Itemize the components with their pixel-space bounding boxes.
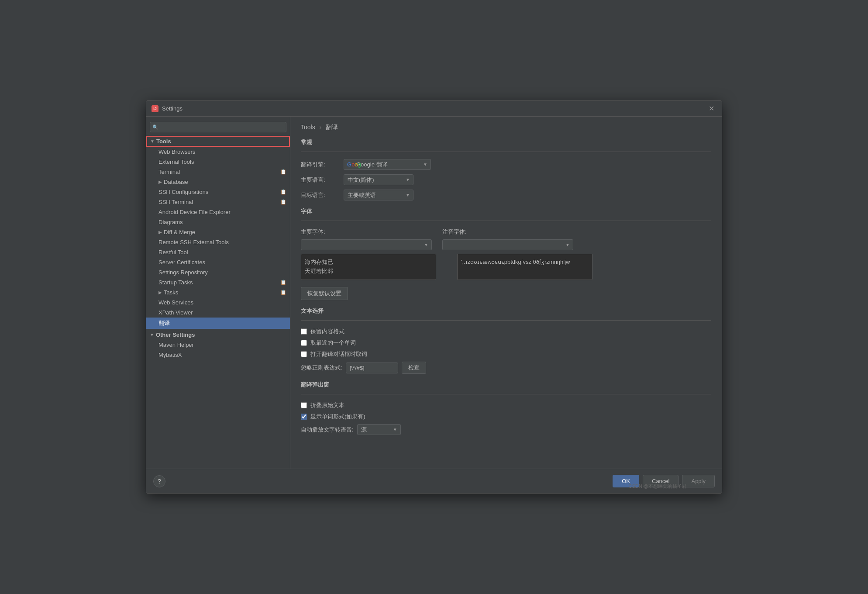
primary-lang-label: 主要语言: <box>301 176 340 184</box>
preview-line-2: 天涯若比邻 <box>305 267 432 276</box>
expand-arrow-tasks: ▶ <box>158 290 162 295</box>
keep-format-checkbox[interactable] <box>301 328 307 335</box>
fold-original-checkbox[interactable] <box>301 402 307 408</box>
tts-select[interactable]: 源 目标 关闭 <box>357 424 401 435</box>
fetch-on-open-checkbox[interactable] <box>301 351 307 357</box>
divider-font <box>301 221 711 221</box>
sidebar-item-restful-tool[interactable]: Restful Tool <box>146 247 290 257</box>
search-box: 🔍 <box>150 122 286 132</box>
divider-general <box>301 152 711 152</box>
engine-row: 翻译引擎: Google 翻译 有道翻译 百度翻译 Goog ▼ <box>301 159 711 170</box>
sidebar-item-server-certificates[interactable]: Server Certificates <box>146 257 290 267</box>
checkbox-show-word-form: 显示单词形式(如果有) <box>301 413 711 421</box>
font-preview-row: 海内存知已 天涯若比邻 ',.ɪzɑʊɪɛæʌʊɛɑɛpbtdkgfvsz θð… <box>301 254 711 280</box>
target-lang-select[interactable]: 主要或英语 English 中文(简体) <box>344 190 413 200</box>
sidebar-item-remote-ssh[interactable]: Remote SSH External Tools <box>146 237 290 247</box>
reset-font-button[interactable]: 恢复默认设置 <box>301 287 348 300</box>
section-popup: 翻译弹出窗 折叠原始文本 显示单词形式(如果有) 自动播放文字转语音: 源 目标 <box>301 381 711 435</box>
primary-font-select-wrap: ▼ <box>301 239 432 250</box>
show-word-form-checkbox[interactable] <box>301 414 307 420</box>
footer-left: ? <box>153 475 165 487</box>
sidebar-item-maven-helper[interactable]: Maven Helper <box>146 340 290 350</box>
check-regex-button[interactable]: 检查 <box>402 362 426 374</box>
sidebar-item-ssh-terminal[interactable]: SSH Terminal 📋 <box>146 197 290 207</box>
annotation-preview-text: ',.ɪzɑʊɪɛæʌʊɛɑɛpbtdkgfvsz θðʃʒrzmnŋhljw <box>461 259 570 265</box>
engine-select-wrap: Google 翻译 有道翻译 百度翻译 Goog ▼ <box>344 159 431 170</box>
breadcrumb-part-2: 翻译 <box>326 124 338 131</box>
target-lang-select-wrap: 主要或英语 English 中文(简体) ▼ <box>344 190 413 200</box>
collapse-arrow-other: ▼ <box>150 332 154 337</box>
dialog-footer: ? CSDN @不想睡觉的橘子君 OK Cancel Apply <box>146 469 722 493</box>
annotation-font-select[interactable] <box>442 239 573 250</box>
target-lang-label: 目标语言: <box>301 191 340 199</box>
startup-copy-icon: 📋 <box>280 280 286 285</box>
dialog-body: 🔍 ▼ Tools Web Browsers External Tools Te… <box>146 117 722 469</box>
help-button[interactable]: ? <box>153 475 165 487</box>
regex-input[interactable] <box>346 363 398 373</box>
section-general: 常规 翻译引擎: Google 翻译 有道翻译 百度翻译 Goog <box>301 138 711 200</box>
nearest-word-label: 取最近的一个单词 <box>310 339 356 347</box>
nearest-word-checkbox[interactable] <box>301 340 307 346</box>
checkbox-nearest-word: 取最近的一个单词 <box>301 339 711 347</box>
title-bar: IJ Settings ✕ <box>146 101 722 117</box>
search-input[interactable] <box>150 122 286 132</box>
sidebar-item-web-browsers[interactable]: Web Browsers <box>146 147 290 157</box>
sidebar-group-label-tools: Tools <box>156 138 171 145</box>
sidebar-item-diagrams[interactable]: Diagrams <box>146 217 290 227</box>
sidebar-item-settings-repository[interactable]: Settings Repository <box>146 267 290 277</box>
expand-arrow-diff: ▶ <box>158 230 162 235</box>
section-title-text-selection: 文本选择 <box>301 307 711 315</box>
section-title-popup: 翻译弹出窗 <box>301 381 711 389</box>
sidebar-item-database[interactable]: ▶ Database <box>146 177 290 187</box>
section-font: 字体 主要字体: ▼ 注音字体: ▼ <box>301 207 711 300</box>
window-title: Settings <box>162 105 183 112</box>
checkbox-fold-original: 折叠原始文本 <box>301 401 711 409</box>
close-button[interactable]: ✕ <box>706 104 716 114</box>
section-title-font: 字体 <box>301 207 711 215</box>
main-content: Tools › 翻译 常规 翻译引擎: Google 翻译 有道翻译 百度翻译 <box>290 117 722 469</box>
sidebar-group-label-other-settings: Other Settings <box>156 332 195 338</box>
section-title-general: 常规 <box>301 138 711 146</box>
ssh-conf-copy-icon: 📋 <box>280 189 286 195</box>
engine-label: 翻译引擎: <box>301 161 340 169</box>
sidebar-group-tools: ▼ Tools Web Browsers External Tools Term… <box>146 136 290 329</box>
engine-select[interactable]: Google 翻译 有道翻译 百度翻译 <box>344 159 431 170</box>
tts-select-wrap: 源 目标 关闭 ▼ <box>357 424 401 435</box>
primary-font-select[interactable] <box>301 239 432 250</box>
apply-button[interactable]: Apply <box>682 475 715 487</box>
tts-row: 自动播放文字转语音: 源 目标 关闭 ▼ <box>301 424 711 435</box>
primary-lang-select[interactable]: 中文(简体) English <box>344 174 413 185</box>
sidebar-item-startup-tasks[interactable]: Startup Tasks 📋 <box>146 277 290 287</box>
keep-format-label: 保留内容格式 <box>310 328 344 335</box>
sidebar-item-translate[interactable]: 翻译 <box>146 318 290 329</box>
checkbox-fetch-on-open: 打开翻译对话框时取词 <box>301 350 711 358</box>
sidebar-item-xpath-viewer[interactable]: XPath Viewer <box>146 307 290 318</box>
sidebar-group-header-tools[interactable]: ▼ Tools <box>146 136 290 147</box>
sidebar-group-header-other-settings[interactable]: ▼ Other Settings <box>146 330 290 340</box>
sidebar-item-external-tools[interactable]: External Tools <box>146 157 290 167</box>
sidebar-item-diff-merge[interactable]: ▶ Diff & Merge <box>146 227 290 237</box>
sidebar-item-mybatisx[interactable]: MybatisX <box>146 350 290 360</box>
preview-line-1: 海内存知已 <box>305 258 432 267</box>
search-icon: 🔍 <box>152 124 158 130</box>
annotation-font-label: 注音字体: <box>442 228 573 236</box>
regex-row: 忽略正则表达式: 检查 <box>301 362 711 374</box>
expand-arrow-database: ▶ <box>158 180 162 184</box>
sidebar-item-web-services[interactable]: Web Services <box>146 297 290 307</box>
divider-popup <box>301 394 711 394</box>
app-icon: IJ <box>152 105 158 112</box>
breadcrumb-separator: › <box>320 124 324 131</box>
sidebar-item-tasks[interactable]: ▶ Tasks 📋 <box>146 287 290 297</box>
sidebar: 🔍 ▼ Tools Web Browsers External Tools Te… <box>146 117 290 469</box>
breadcrumb-part-1: Tools <box>301 124 315 131</box>
sidebar-item-terminal[interactable]: Terminal 📋 <box>146 167 290 177</box>
sidebar-item-android-device[interactable]: Android Device File Explorer <box>146 207 290 217</box>
fold-original-label: 折叠原始文本 <box>310 401 344 409</box>
divider-text-selection <box>301 320 711 321</box>
sidebar-group-other-settings: ▼ Other Settings Maven Helper MybatisX <box>146 330 290 360</box>
tasks-copy-icon: 📋 <box>280 290 286 295</box>
sidebar-item-ssh-configurations[interactable]: SSH Configurations 📋 <box>146 187 290 197</box>
annotation-font-preview: ',.ɪzɑʊɪɛæʌʊɛɑɛpbtdkgfvsz θðʃʒrzmnŋhljw <box>457 254 592 280</box>
primary-lang-select-wrap: 中文(简体) English ▼ <box>344 174 413 185</box>
settings-dialog: IJ Settings ✕ 🔍 ▼ Tools Web Browsers <box>146 100 722 494</box>
